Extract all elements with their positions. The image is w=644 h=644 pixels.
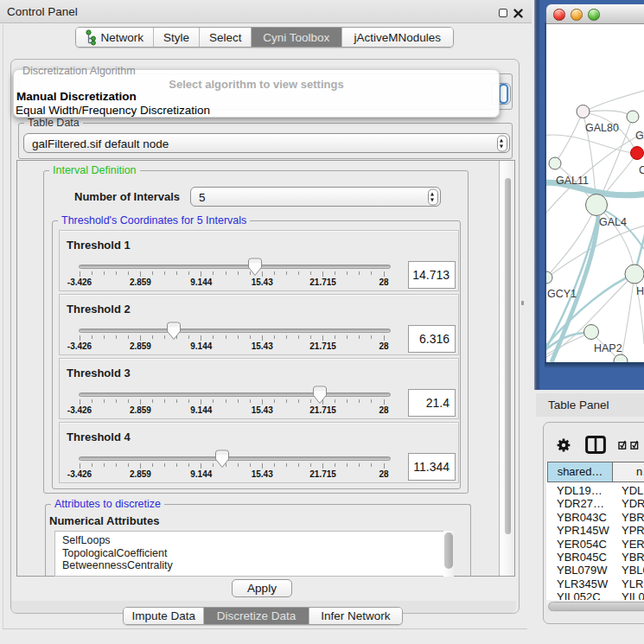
svg-text:C: C — [639, 164, 644, 176]
svg-text:GCY1: GCY1 — [547, 288, 577, 300]
svg-text:GA: GA — [635, 130, 644, 142]
svg-text:GAL80: GAL80 — [585, 122, 619, 134]
svg-text:HAP2: HAP2 — [594, 342, 622, 354]
svg-text:H: H — [636, 285, 644, 297]
svg-text:GAL4: GAL4 — [599, 216, 627, 228]
svg-text:GAL11: GAL11 — [556, 175, 589, 187]
